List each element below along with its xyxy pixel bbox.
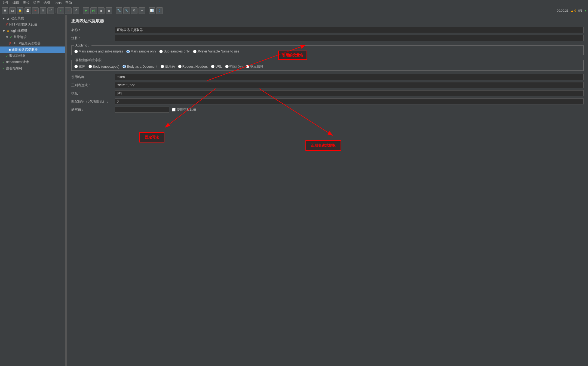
match-no-input[interactable] [115,98,584,104]
apply-main-sub[interactable]: Main sample and sub-samples [74,49,123,53]
field-request-headers[interactable]: Request Headers [178,65,208,69]
field-response-code-radio[interactable] [225,65,229,68]
field-info-header[interactable]: 信息头 [161,64,175,69]
apply-sub-only[interactable]: Sub-samples only [159,49,189,53]
check-field-radio-group: 主体 Body (unescaped) Body as a Document 信… [74,64,581,69]
menu-find[interactable]: 查找 [23,1,29,5]
comment-input[interactable] [115,35,584,41]
toolbar-sep2 [81,8,81,13]
menu-options[interactable]: 选项 [44,1,50,5]
default-input[interactable] [115,107,169,113]
status-time: 00:00:21 [557,9,568,12]
name-input[interactable] [115,27,584,33]
name-row: 名称： [71,27,584,33]
apply-main-only[interactable]: Main sample only [126,49,156,53]
field-body[interactable]: 主体 [74,64,85,69]
template-row: 模板： [71,90,584,96]
toolbar-open-btn[interactable]: 🗁 [9,7,16,14]
field-body-unescaped-radio[interactable] [88,65,92,68]
toolbar-shutdown-btn[interactable]: ⏹ [106,7,112,14]
apply-jmeter-var-radio[interactable] [193,50,197,53]
sidebar-item-label: HTTP信息头管理器 [13,41,41,46]
use-default-checkbox[interactable] [172,108,176,111]
field-body-unescaped[interactable]: Body (unescaped) [88,65,119,69]
sidebar-item-http-header[interactable]: ✗ HTTP信息头管理器 [0,40,65,46]
toolbar-tools3-btn[interactable]: ⚙ [131,7,137,14]
toolbar-report-btn[interactable]: 📊 [149,7,155,14]
menu-tools[interactable]: Tools [54,1,62,5]
sidebar-type-icon: ✓ [2,67,5,70]
toolbar-special-btn[interactable]: ✦ [139,7,145,14]
toolbar-reset-btn[interactable]: ↺ [73,7,79,14]
sidebar-item-label: department请求 [6,60,29,64]
field-url[interactable]: URL [211,65,222,69]
toolbar-new-btn[interactable]: ▣ [2,7,8,14]
ref-name-input[interactable] [115,74,584,80]
sidebar-item-login-req[interactable]: ▼ ✓ 登录请求 [0,34,65,40]
menu-file[interactable]: 文件 [2,1,9,5]
field-info-header-label: 信息头 [165,64,175,69]
toolbar-save-btn[interactable]: 🔒 [17,7,23,14]
sidebar-item-label: 调试取样器 [9,54,26,58]
field-url-radio[interactable] [211,65,215,68]
field-body-document[interactable]: Body as a Document [122,65,157,69]
menubar: 文件 编辑 查找 运行 选项 Tools 帮助 [0,0,588,6]
apply-main-only-radio[interactable] [126,50,130,53]
toolbar-sep4 [147,8,147,13]
toolbar-stop-btn[interactable]: ⏹ [98,7,105,14]
toolbar-copy-btn[interactable]: ⧉ [40,7,46,14]
toolbar-saveall-btn[interactable]: 💾 [24,7,31,14]
panel-title: 正则表达式提取器 [71,18,584,24]
toolbar-tools2-btn[interactable]: 🔧 [123,7,130,14]
menu-edit[interactable]: 编辑 [13,1,19,5]
apply-main-sub-radio[interactable] [74,50,78,53]
apply-to-legend: Apply to： [74,43,91,48]
menu-help[interactable]: 帮助 [65,1,72,5]
status-progress: 0/1 [578,9,582,12]
regex-input[interactable] [115,82,584,88]
sidebar-item-label: 正则表达式提取器 [12,47,38,52]
sidebar-item-regex-extractor[interactable]: ■ 正则表达式提取器 [0,46,65,53]
field-response-code[interactable]: 响应代码 [225,64,243,69]
field-body-document-radio[interactable] [122,65,126,68]
apply-to-section: Apply to： Main sample and sub-samples Ma… [71,43,584,55]
toolbar-help-btn[interactable]: ? [156,7,163,14]
sidebar-item-http-default[interactable]: ✗ HTTP请求默认认值 [0,21,65,28]
sidebar-item-login-group[interactable]: ▼ ⚙ login线程组 [0,28,65,34]
use-default-checkbox-label[interactable]: 使用空默认值 [172,107,196,112]
field-info-header-radio[interactable] [161,65,164,68]
field-response-info-radio[interactable] [246,65,249,68]
annotation-regex-extract: 正则表达式提取 [305,140,341,151]
apply-main-sub-label: Main sample and sub-samples [79,49,123,53]
template-input[interactable] [115,90,584,96]
sidebar-item-result-tree[interactable]: ✓ 察看结果树 [0,65,65,72]
toolbar-sep1 [56,8,56,13]
annotation-container: 正则表达式提取器 名称： 注释： Apply to： Main sample a… [71,18,584,113]
sidebar-item-department[interactable]: ✓ department请求 [0,59,65,65]
toolbar-cut-btn[interactable]: ✂ [32,7,39,14]
toolbar-start-nopause-btn[interactable]: ▶| [90,7,97,14]
field-response-info[interactable]: 响应信息 [246,64,263,69]
toolbar-paste-btn[interactable]: ⏎ [47,7,54,14]
menu-run[interactable]: 运行 [33,1,40,5]
apply-jmeter-var[interactable]: JMeter Variable Name to use [193,49,240,53]
apply-sub-only-radio[interactable] [159,50,163,53]
toolbar: ▣ 🗁 🔒 💾 ✂ ⧉ ⏎ + − ↺ ▶ ▶| ⏹ ⏹ 🔧 🔧 ⚙ ✦ 📊 ?… [0,6,588,15]
toolbar-tools1-btn[interactable]: 🔧 [116,7,122,14]
annotation-var-name: 引用的变量名 [278,51,307,60]
sidebar-item-dynamic[interactable]: ▼ ▲ 动态关联 [0,15,65,21]
field-request-headers-radio[interactable] [178,65,182,68]
sidebar-item-debug-sampler[interactable]: ✓ 调试取样器 [0,53,65,59]
sidebar-expand-icon: ▼ [2,29,5,33]
toolbar-remove-btn[interactable]: − [65,7,72,14]
field-body-radio[interactable] [74,65,78,68]
apply-to-radio-group: Main sample and sub-samples Main sample … [74,49,581,53]
sidebar-item-label: 察看结果树 [6,66,22,71]
toolbar-add-btn[interactable]: + [57,7,64,14]
check-field-section: 要检查的响应字段 主体 Body (unescaped) Body as a D… [71,58,584,71]
status-warnings: ▲ 0 [571,9,576,12]
toolbar-status: 00:00:21 ▲ 0 0/1 ● [557,9,586,12]
field-body-document-label: Body as a Document [127,65,157,69]
toolbar-start-btn[interactable]: ▶ [83,7,89,14]
field-body-unescaped-label: Body (unescaped) [93,65,119,69]
